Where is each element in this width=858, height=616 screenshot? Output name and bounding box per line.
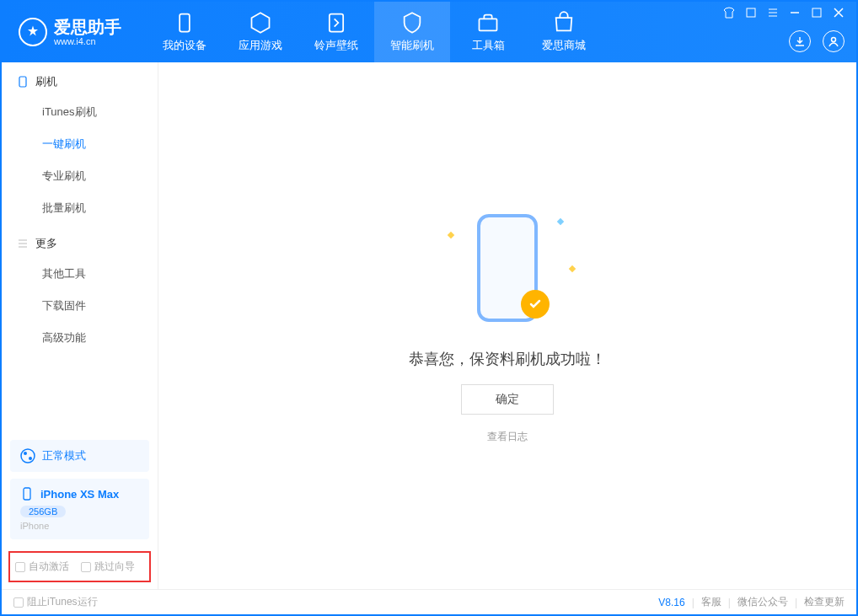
checkbox-label: 跳过向导: [94, 560, 135, 574]
user-button[interactable]: [823, 30, 845, 52]
nav-label: 智能刷机: [390, 38, 434, 53]
nav-ringtone-wallpaper[interactable]: 铃声壁纸: [298, 2, 374, 62]
download-button[interactable]: [789, 30, 811, 52]
footer-link-wechat[interactable]: 微信公众号: [737, 595, 788, 609]
list-icon: [17, 238, 29, 249]
nav-label: 爱思商城: [542, 38, 586, 53]
footer-link-update[interactable]: 检查更新: [804, 595, 845, 609]
version-label: V8.16: [658, 597, 684, 608]
ok-button[interactable]: 确定: [461, 384, 554, 415]
phone-icon: [17, 76, 29, 88]
svg-point-5: [832, 38, 836, 42]
app-logo: 爱思助手 www.i4.cn: [19, 18, 121, 46]
svg-point-9: [29, 457, 32, 460]
checkbox-block-itunes[interactable]: 阻止iTunes运行: [13, 595, 98, 609]
view-log-link[interactable]: 查看日志: [487, 430, 528, 444]
app-header: 爱思助手 www.i4.cn 我的设备 应用游戏 铃声壁纸 智能刷机 工具箱 爱…: [2, 2, 856, 62]
option-checks-highlighted: 自动激活 跳过向导: [8, 551, 151, 582]
logo-icon: [19, 18, 47, 46]
status-bar: 阻止iTunes运行 V8.16 | 客服 | 微信公众号 | 检查更新: [2, 589, 856, 614]
svg-rect-6: [19, 77, 26, 87]
checkbox-icon: [15, 562, 25, 572]
checkbox-icon: [81, 562, 91, 572]
svg-rect-2: [480, 19, 497, 30]
window-controls: [723, 7, 845, 19]
device-card[interactable]: iPhone XS Max 256GB iPhone: [10, 479, 149, 539]
nav-apps-games[interactable]: 应用游戏: [223, 2, 298, 62]
footer-link-support[interactable]: 客服: [701, 595, 721, 609]
minimize-button[interactable]: [789, 7, 801, 19]
checkbox-auto-activate[interactable]: 自动激活: [15, 560, 69, 574]
nav-label: 工具箱: [472, 38, 505, 53]
checkbox-skip-guide[interactable]: 跳过向导: [81, 560, 135, 574]
svg-rect-0: [180, 14, 190, 32]
sidebar-item-batch-flash[interactable]: 批量刷机: [2, 192, 158, 224]
device-name: iPhone XS Max: [40, 488, 119, 501]
success-message: 恭喜您，保资料刷机成功啦！: [409, 349, 606, 369]
sidebar: 刷机 iTunes刷机 一键刷机 专业刷机 批量刷机 更多 其他工具 下载固件 …: [2, 62, 158, 589]
sidebar-section-flash: 刷机: [2, 62, 158, 96]
svg-point-8: [24, 452, 27, 455]
checkbox-label: 自动激活: [29, 560, 69, 574]
nav-store[interactable]: 爱思商城: [526, 2, 602, 62]
checkbox-label: 阻止iTunes运行: [27, 595, 98, 609]
sidebar-item-itunes-flash[interactable]: iTunes刷机: [2, 96, 158, 128]
check-badge-icon: [521, 290, 550, 319]
svg-rect-1: [330, 14, 343, 32]
sidebar-section-title: 更多: [35, 236, 57, 251]
box-icon[interactable]: [745, 7, 757, 19]
nav-label: 铃声壁纸: [314, 38, 358, 53]
sidebar-section-title: 刷机: [35, 74, 57, 89]
success-illustration: [440, 207, 575, 334]
mode-card[interactable]: 正常模式: [10, 440, 149, 472]
checkbox-icon: [13, 597, 24, 608]
main-nav: 我的设备 应用游戏 铃声壁纸 智能刷机 工具箱 爱思商城: [147, 2, 602, 62]
svg-rect-4: [812, 8, 821, 17]
nav-label: 应用游戏: [239, 38, 282, 53]
svg-rect-10: [24, 488, 30, 500]
device-phone-icon: [20, 487, 34, 501]
sidebar-item-download-firmware[interactable]: 下载固件: [2, 290, 158, 322]
mode-icon: [20, 448, 35, 463]
main-content: 恭喜您，保资料刷机成功啦！ 确定 查看日志: [158, 62, 856, 589]
nav-label: 我的设备: [163, 38, 206, 53]
app-url: www.i4.cn: [54, 36, 121, 46]
sidebar-item-pro-flash[interactable]: 专业刷机: [2, 160, 158, 192]
nav-toolbox[interactable]: 工具箱: [450, 2, 526, 62]
device-storage: 256GB: [20, 506, 66, 517]
sidebar-item-advanced[interactable]: 高级功能: [2, 322, 158, 354]
shirt-icon[interactable]: [723, 7, 735, 19]
maximize-button[interactable]: [811, 7, 823, 19]
svg-point-7: [21, 449, 35, 463]
svg-rect-3: [747, 8, 755, 17]
nav-smart-flash[interactable]: 智能刷机: [374, 2, 450, 62]
sidebar-section-more: 更多: [2, 224, 158, 258]
close-button[interactable]: [833, 7, 845, 19]
nav-my-device[interactable]: 我的设备: [147, 2, 223, 62]
app-name: 爱思助手: [54, 18, 121, 36]
sidebar-item-oneclick-flash[interactable]: 一键刷机: [2, 128, 158, 160]
device-type: iPhone: [20, 521, 139, 531]
mode-label: 正常模式: [42, 448, 86, 463]
menu-icon[interactable]: [767, 7, 779, 19]
sidebar-item-other-tools[interactable]: 其他工具: [2, 258, 158, 290]
